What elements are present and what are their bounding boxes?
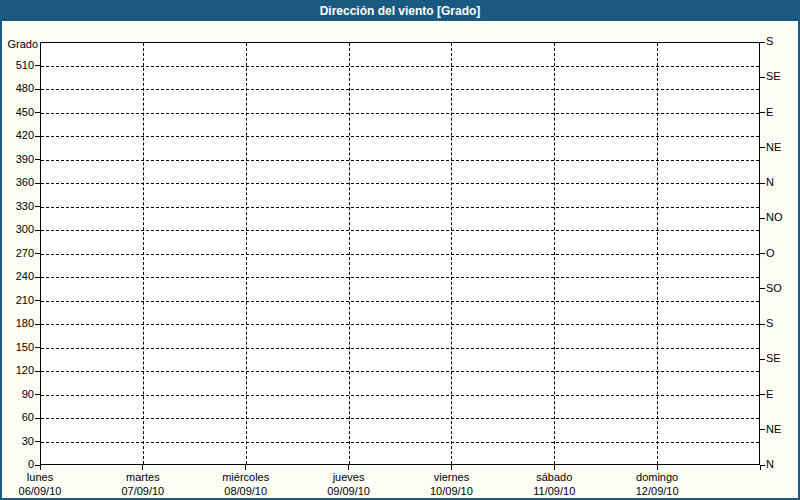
x-tick-mark bbox=[451, 465, 452, 470]
y-left-tick-label: 360 bbox=[2, 176, 34, 188]
y-right-tick-label: N bbox=[766, 458, 774, 470]
x-day-name-label: miércoles bbox=[201, 471, 291, 483]
y-left-tick-mark bbox=[35, 371, 40, 372]
y-left-tick-mark bbox=[35, 300, 40, 301]
y-right-tick-label: SE bbox=[766, 70, 781, 82]
chart-title-bar: Dirección del viento [Grado] bbox=[2, 2, 798, 21]
x-tick-mark bbox=[40, 465, 41, 470]
y-right-tick-label: NE bbox=[766, 141, 781, 153]
h-gridline bbox=[41, 160, 759, 161]
x-day-name-label: domingo bbox=[612, 471, 702, 483]
v-gridline bbox=[657, 43, 658, 464]
y-left-tick-mark bbox=[35, 347, 40, 348]
y-right-tick-mark bbox=[760, 147, 765, 148]
y-left-tick-mark bbox=[35, 89, 40, 90]
y-right-tick-mark bbox=[760, 359, 765, 360]
y-right-tick-label: N bbox=[766, 176, 774, 188]
h-gridline bbox=[41, 301, 759, 302]
y-right-tick-label: E bbox=[766, 388, 773, 400]
y-left-tick-label: 60 bbox=[2, 411, 34, 423]
y-right-tick-label: S bbox=[766, 317, 773, 329]
y-left-tick-label: 330 bbox=[2, 200, 34, 212]
plot-area bbox=[40, 42, 760, 465]
x-tick-mark bbox=[760, 465, 761, 470]
y-left-tick-mark bbox=[35, 230, 40, 231]
x-day-name-label: martes bbox=[98, 471, 188, 483]
y-right-tick-label: SO bbox=[766, 282, 782, 294]
v-gridline bbox=[246, 43, 247, 464]
y-left-tick-label: 120 bbox=[2, 364, 34, 376]
x-day-name-label: sábado bbox=[509, 471, 599, 483]
x-day-name-label: lunes bbox=[0, 471, 85, 483]
y-left-tick-label: 30 bbox=[2, 435, 34, 447]
y-axis-left-title: Grado bbox=[4, 38, 38, 50]
y-right-tick-label: S bbox=[766, 35, 773, 47]
y-right-tick-mark bbox=[760, 465, 765, 466]
y-left-tick-label: 0 bbox=[2, 458, 34, 470]
h-gridline bbox=[41, 183, 759, 184]
y-right-tick-label: E bbox=[766, 106, 773, 118]
h-gridline bbox=[41, 89, 759, 90]
h-gridline bbox=[41, 66, 759, 67]
x-day-date-label: 11/09/10 bbox=[509, 485, 599, 497]
y-left-tick-label: 420 bbox=[2, 129, 34, 141]
y-left-tick-mark bbox=[35, 253, 40, 254]
y-right-tick-label: O bbox=[766, 247, 775, 259]
y-right-tick-mark bbox=[760, 253, 765, 254]
y-right-tick-label: SE bbox=[766, 352, 781, 364]
y-left-tick-mark bbox=[35, 324, 40, 325]
y-right-tick-mark bbox=[760, 429, 765, 430]
y-left-tick-label: 390 bbox=[2, 153, 34, 165]
h-gridline bbox=[41, 136, 759, 137]
y-left-tick-label: 270 bbox=[2, 247, 34, 259]
y-left-tick-mark bbox=[35, 65, 40, 66]
y-right-tick-mark bbox=[760, 112, 765, 113]
y-left-tick-mark bbox=[35, 394, 40, 395]
y-right-tick-mark bbox=[760, 324, 765, 325]
y-left-tick-mark bbox=[35, 418, 40, 419]
y-right-tick-mark bbox=[760, 183, 765, 184]
x-day-date-label: 06/09/10 bbox=[0, 485, 85, 497]
y-left-tick-mark bbox=[35, 206, 40, 207]
h-gridline bbox=[41, 442, 759, 443]
v-gridline bbox=[554, 43, 555, 464]
h-gridline bbox=[41, 277, 759, 278]
v-gridline bbox=[143, 43, 144, 464]
y-left-tick-label: 240 bbox=[2, 270, 34, 282]
x-day-date-label: 09/09/10 bbox=[304, 485, 394, 497]
y-left-tick-label: 450 bbox=[2, 106, 34, 118]
y-left-tick-label: 480 bbox=[2, 82, 34, 94]
y-left-tick-mark bbox=[35, 441, 40, 442]
x-tick-mark bbox=[554, 465, 555, 470]
h-gridline bbox=[41, 207, 759, 208]
x-tick-mark bbox=[245, 465, 246, 470]
y-left-tick-mark bbox=[35, 159, 40, 160]
y-left-tick-label: 210 bbox=[2, 294, 34, 306]
y-right-tick-label: NO bbox=[766, 211, 783, 223]
y-right-tick-mark bbox=[760, 42, 765, 43]
y-right-tick-mark bbox=[760, 218, 765, 219]
y-right-tick-mark bbox=[760, 394, 765, 395]
h-gridline bbox=[41, 230, 759, 231]
x-day-date-label: 08/09/10 bbox=[201, 485, 291, 497]
h-gridline bbox=[41, 324, 759, 325]
h-gridline bbox=[41, 348, 759, 349]
chart-window: Dirección del viento [Grado] Grado 51048… bbox=[0, 0, 800, 500]
h-gridline bbox=[41, 254, 759, 255]
y-left-tick-mark bbox=[35, 112, 40, 113]
x-day-name-label: viernes bbox=[406, 471, 496, 483]
x-day-date-label: 10/09/10 bbox=[406, 485, 496, 497]
y-left-tick-label: 90 bbox=[2, 388, 34, 400]
h-gridline bbox=[41, 371, 759, 372]
x-tick-mark bbox=[142, 465, 143, 470]
x-tick-mark bbox=[657, 465, 658, 470]
y-left-tick-label: 300 bbox=[2, 223, 34, 235]
y-right-tick-mark bbox=[760, 288, 765, 289]
x-tick-mark bbox=[348, 465, 349, 470]
h-gridline bbox=[41, 395, 759, 396]
x-day-name-label: jueves bbox=[304, 471, 394, 483]
y-left-tick-label: 150 bbox=[2, 341, 34, 353]
y-left-tick-label: 180 bbox=[2, 317, 34, 329]
v-gridline bbox=[451, 43, 452, 464]
x-day-date-label: 12/09/10 bbox=[612, 485, 702, 497]
